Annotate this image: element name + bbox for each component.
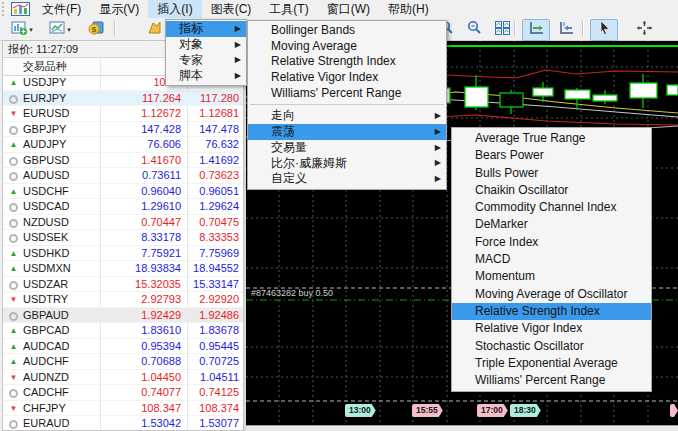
new-order-button[interactable]: $: [82, 19, 110, 41]
oscillator-menu-item[interactable]: Williams' Percent Range: [452, 372, 651, 389]
ask-price: 1.92486: [199, 308, 239, 323]
toolbar-gripper[interactable]: [2, 2, 7, 16]
symbol-label: USDCHF: [23, 184, 69, 199]
bid-price: 1.41670: [141, 153, 181, 168]
oscillator-menu-item[interactable]: Relative Strength Index: [452, 303, 651, 320]
market-row-GBPUSD[interactable]: GBPUSD1.416701.41692: [3, 153, 243, 169]
column-header-symbol[interactable]: 交易品种: [23, 58, 67, 75]
indicator-group-item[interactable]: 交易量▶: [248, 140, 446, 156]
indicator-menu-item[interactable]: Bollinger Bands: [248, 23, 446, 39]
market-row-AUDCHF[interactable]: ▲AUDCHF0.706880.70725: [3, 354, 243, 370]
trend-flat-icon: [9, 312, 18, 321]
oscillator-menu-item[interactable]: Moving Average of Oscillator: [452, 286, 651, 303]
ask-price: 0.70725: [199, 354, 239, 369]
menubar-item[interactable]: 文件(F): [33, 0, 90, 18]
trend-flat-icon: [9, 234, 18, 243]
market-row-AUDNZD[interactable]: ▼AUDNZD1.044501.04511: [3, 370, 243, 386]
menu-item-label: 交易量: [271, 140, 307, 154]
cursor-button[interactable]: [590, 19, 618, 41]
market-row-NZDUSD[interactable]: NZDUSD0.704470.70475: [3, 215, 243, 231]
indicator-group-item[interactable]: 震荡▶: [248, 124, 446, 140]
indicators-menu: Bollinger BandsMoving AverageRelative St…: [247, 20, 447, 190]
menu-item-label: Bulls Power: [475, 166, 538, 180]
dropdown-caret-icon[interactable]: ▾: [29, 26, 33, 34]
oscillator-menu-item[interactable]: DeMarker: [452, 216, 651, 233]
oscillator-menu-item[interactable]: Chaikin Oscillator: [452, 182, 651, 199]
oscillator-menu-item[interactable]: Commodity Channel Index: [452, 199, 651, 216]
market-row-EURUSD[interactable]: ▼EURUSD1.126721.12681: [3, 106, 243, 122]
market-row-USDHKD[interactable]: ▲USDHKD7.759217.75969: [3, 246, 243, 262]
auto-scroll-button[interactable]: [522, 19, 550, 41]
oscillator-menu-item[interactable]: Average True Range: [452, 130, 651, 147]
zoom-out-button[interactable]: [460, 19, 488, 41]
svg-text:$: $: [92, 25, 97, 34]
menubar-item[interactable]: 显示(V): [90, 0, 148, 18]
menubar-item[interactable]: 插入(I): [148, 0, 201, 18]
oscillator-menu-item[interactable]: Stochastic Oscillator: [452, 338, 651, 355]
market-row-USDMXN[interactable]: ▲USDMXN18.9383418.94552: [3, 261, 243, 277]
market-row-GBPAUD[interactable]: GBPAUD1.924291.92486: [3, 308, 243, 324]
oscillator-menu-item[interactable]: Force Index: [452, 234, 651, 251]
market-row-AUDCAD[interactable]: ▲AUDCAD0.953940.95445: [3, 339, 243, 355]
menubar-item[interactable]: 工具(T): [260, 0, 317, 18]
time-tag: 17:00: [477, 404, 508, 417]
market-row-GBPCAD[interactable]: ▲GBPCAD1.836101.83678: [3, 323, 243, 339]
indicator-menu-item[interactable]: Moving Average: [248, 39, 446, 55]
oscillator-menu-item[interactable]: Bears Power: [452, 147, 651, 164]
ask-price: 0.96051: [199, 184, 239, 199]
new-chart-button[interactable]: ▾: [4, 19, 40, 41]
menu-item-label: DeMarker: [475, 217, 528, 231]
ask-price: 108.374: [199, 401, 239, 416]
indicator-menu-item[interactable]: Relative Vigor Index: [248, 70, 446, 86]
market-row-USDCAD[interactable]: USDCAD1.296101.29624: [3, 199, 243, 215]
market-row-USDTRY[interactable]: ▼USDTRY2.927932.92920: [3, 292, 243, 308]
mt4-window: 文件(F)显示(V)插入(I)图表(C)工具(T)窗口(W)帮助(H) ▾▾$ …: [0, 0, 678, 431]
oscillator-menu-item[interactable]: Momentum: [452, 268, 651, 285]
indicator-menu-item[interactable]: Relative Strength Index: [248, 54, 446, 70]
insert-menu-item[interactable]: 指标▶: [166, 21, 246, 37]
ask-price: 1.29624: [199, 199, 239, 214]
oscillator-menu-item[interactable]: Relative Vigor Index: [452, 320, 651, 337]
insert-menu-item[interactable]: 专家▶: [166, 53, 246, 69]
ask-price: 1.53077: [199, 416, 239, 430]
market-row-CADCHF[interactable]: CADCHF0.740770.74125: [3, 385, 243, 401]
market-row-AUDUSD[interactable]: AUDUSD0.736110.73623: [3, 168, 243, 184]
menubar-item[interactable]: 窗口(W): [318, 0, 379, 18]
trend-up-icon: ▲: [8, 184, 19, 199]
oscillator-menu-item[interactable]: MACD: [452, 251, 651, 268]
oscillator-menu-item[interactable]: Triple Exponential Average: [452, 355, 651, 372]
market-row-CHFJPY[interactable]: ▼CHFJPY108.347108.374: [3, 401, 243, 417]
submenu-arrow-icon: ▶: [435, 171, 441, 187]
menu-item-label: MACD: [475, 252, 510, 266]
dropdown-caret-icon[interactable]: ▾: [67, 26, 71, 34]
crosshair-button[interactable]: [630, 19, 658, 41]
time-tag: 18:30: [510, 404, 541, 417]
oscillator-menu-item[interactable]: Bulls Power: [452, 165, 651, 182]
chart-profiles-button[interactable]: ▾: [42, 19, 78, 41]
market-row-EURJPY[interactable]: EURJPY117.264117.280: [3, 91, 243, 107]
market-row-USDSEK[interactable]: USDSEK8.331788.33353: [3, 230, 243, 246]
bid-price: 0.74077: [141, 385, 181, 400]
market-row-EURAUD[interactable]: EURAUD1.530421.53077: [3, 416, 243, 430]
market-row-AUDJPY[interactable]: ▲AUDJPY76.60676.632: [3, 137, 243, 153]
tile-windows-button[interactable]: [488, 19, 516, 41]
indicator-menu-item[interactable]: Williams' Percent Range: [248, 86, 446, 102]
insert-menu-item[interactable]: 脚本▶: [166, 68, 246, 84]
market-row-GBPJPY[interactable]: GBPJPY147.428147.478: [3, 122, 243, 138]
menu-item-label: 专家: [179, 53, 203, 67]
market-row-USDZAR[interactable]: USDZAR15.3203515.33147: [3, 277, 243, 293]
menu-item-label: Triple Exponential Average: [475, 356, 618, 370]
trend-flat-icon: [9, 157, 18, 166]
indicator-group-item[interactable]: 比尔·威廉姆斯▶: [248, 156, 446, 172]
chart-shift-button[interactable]: [552, 19, 580, 41]
menu-item-label: Force Index: [475, 235, 538, 249]
indicator-group-item[interactable]: 走向▶: [248, 108, 446, 124]
insert-menu-item[interactable]: 对象▶: [166, 37, 246, 53]
trend-up-icon: ▲: [8, 323, 19, 338]
menubar-item[interactable]: 图表(C): [202, 0, 261, 18]
indicator-group-item[interactable]: 自定义▶: [248, 171, 446, 187]
menubar-item[interactable]: 帮助(H): [379, 0, 438, 18]
market-row-USDCHF[interactable]: ▲USDCHF0.960400.96051: [3, 184, 243, 200]
expert-advisors-button[interactable]: [140, 19, 168, 41]
chart-scroll-strip[interactable]: [246, 425, 678, 431]
